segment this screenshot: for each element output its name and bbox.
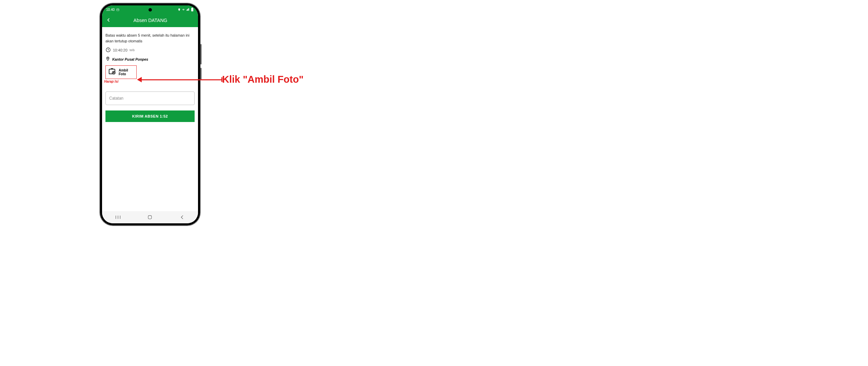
time-value: 10:40:20 <box>113 48 127 52</box>
time-suffix: Wib <box>130 48 135 52</box>
page-title: Absen DATANG <box>115 18 186 23</box>
svg-rect-7 <box>192 7 193 8</box>
wifi-icon <box>182 8 185 11</box>
location-text: Kantor Pusat Ponpes <box>112 57 148 61</box>
svg-rect-5 <box>189 8 189 11</box>
battery-icon <box>191 8 194 11</box>
phone-screen: 10.40 <box>102 5 198 223</box>
calendar-icon <box>116 8 119 11</box>
time-row: 10:40:20 Wib <box>105 47 195 53</box>
annotation: Klik "Ambil Foto" <box>222 74 303 85</box>
app-header: Absen DATANG <box>102 14 198 27</box>
svg-rect-6 <box>191 8 193 11</box>
phone-side-button <box>200 44 201 64</box>
photo-label: Ambil Foto <box>119 68 134 76</box>
take-photo-button[interactable]: Ambil Foto <box>105 65 137 79</box>
content-area: Batas waktu absen 5 menit, setelah itu h… <box>102 27 198 211</box>
annotation-text: Klik "Ambil Foto" <box>222 74 303 85</box>
annotation-arrow-head <box>137 77 142 82</box>
phone-frame: 10.40 <box>100 3 200 225</box>
annotation-arrow-line <box>138 79 222 80</box>
svg-point-9 <box>107 58 108 59</box>
svg-rect-0 <box>117 8 119 11</box>
info-text: Batas waktu absen 5 menit, setelah itu h… <box>105 33 195 44</box>
svg-rect-4 <box>188 9 188 11</box>
back-button[interactable] <box>106 17 111 24</box>
notes-input[interactable]: Catatan <box>105 92 195 105</box>
android-nav-bar <box>102 211 198 223</box>
submit-button[interactable]: KIRIM ABSEN 1:52 <box>105 110 195 122</box>
svg-rect-3 <box>187 9 188 11</box>
location-icon <box>177 8 181 11</box>
back-nav-button[interactable] <box>175 215 189 220</box>
location-pin-icon <box>105 57 110 62</box>
svg-rect-17 <box>149 216 152 219</box>
camera-plus-icon <box>108 68 117 77</box>
status-time: 10.40 <box>106 8 115 12</box>
clock-icon <box>105 47 111 53</box>
phone-side-button <box>200 68 201 80</box>
camera-notch <box>149 8 152 12</box>
signal-icon <box>186 8 190 11</box>
svg-rect-2 <box>186 10 187 11</box>
recent-apps-button[interactable] <box>111 215 125 220</box>
location-row: Kantor Pusat Ponpes <box>105 57 195 62</box>
validation-text: Harap Isi <box>104 80 195 83</box>
home-button[interactable] <box>143 215 157 220</box>
